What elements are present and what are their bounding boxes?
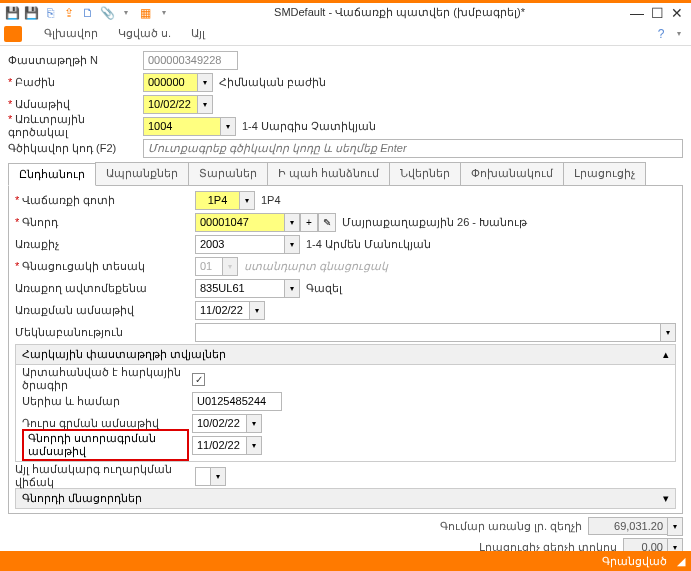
grid-dd-icon[interactable]: ▾	[156, 5, 172, 21]
car-dd[interactable]: ▾	[284, 279, 300, 298]
section-text: Հիմնական բաժին	[219, 76, 326, 89]
menu-attach[interactable]: Կցված ս.	[108, 24, 181, 43]
return-label: Այլ համակարգ ուղարկման վիճակ	[15, 463, 195, 489]
date-label: Ամսաթիվ	[8, 98, 143, 111]
outdate-dd[interactable]: ▾	[246, 414, 262, 433]
agent-dd[interactable]: ▾	[220, 117, 236, 136]
menubar: Գլխավոր Կցված ս. Այլ ? ▾	[0, 22, 691, 46]
app-badge	[4, 26, 22, 42]
tax-section-header[interactable]: Հարկային փաստաթղթի տվյալներ ▴	[15, 344, 676, 365]
date-field[interactable]	[143, 95, 198, 114]
section-field[interactable]	[143, 73, 198, 92]
tab-products[interactable]: Ապրանքներ	[95, 162, 189, 185]
agent-field[interactable]	[143, 117, 221, 136]
remains-section-header[interactable]: Գնորդի մնացորդներ ▾	[15, 488, 676, 509]
section-label: Բաժին	[8, 76, 143, 89]
car-label: Առաքող ավտոմեքենա	[15, 282, 195, 295]
scan-field[interactable]	[143, 139, 683, 158]
group-label: Վաճառքի գոտի	[15, 194, 195, 207]
group-dd[interactable]: ▾	[239, 191, 255, 210]
shipdate-field[interactable]	[195, 301, 250, 320]
maximize-button[interactable]: ☐	[647, 5, 667, 21]
buyer-dd[interactable]: ▾	[284, 213, 300, 232]
date-dd[interactable]: ▾	[197, 95, 213, 114]
serial-field[interactable]	[192, 392, 282, 411]
scan-label: Գծիկավոր կոդ (F2)	[8, 142, 143, 155]
sync-label: Արտահանված է հարկային ծրագիր	[22, 366, 192, 392]
serial-label: Սերիա և համար	[22, 395, 192, 408]
attach-icon[interactable]: 📎	[99, 5, 115, 21]
return-field[interactable]	[195, 467, 211, 486]
save2-icon[interactable]: 💾	[23, 5, 39, 21]
docnum-label: Փաստաթղթի N	[8, 54, 143, 67]
sync-checkbox[interactable]: ✓	[192, 373, 205, 386]
shipdate-label: Առաքման ամսաթիվ	[15, 304, 195, 317]
docnum-field	[143, 51, 238, 70]
menu-main[interactable]: Գլխավոր	[34, 24, 108, 43]
dealer-field[interactable]	[195, 235, 285, 254]
supplydate-dd[interactable]: ▾	[246, 436, 262, 455]
buyer-field[interactable]	[195, 213, 285, 232]
tab-gifts[interactable]: Նվերներ	[389, 162, 461, 185]
remains-label: Գնորդի մնացորդներ	[22, 492, 142, 505]
save-icon[interactable]: 💾	[4, 5, 20, 21]
supplydate-field[interactable]	[192, 436, 247, 455]
dealer-label: Առաքիչ	[15, 238, 195, 251]
dealer-text: 1-4 Արմեն Մանուկյան	[306, 238, 431, 251]
outdate-label: Դուրս գրման ամսաթիվ	[22, 417, 192, 430]
section-dd[interactable]: ▾	[197, 73, 213, 92]
return-dd[interactable]: ▾	[210, 467, 226, 486]
tabs: Ընդհանուր Ապրանքներ Տարաներ Ի պահ հանձնո…	[8, 162, 683, 186]
agent-text: 1-4 Սարգիս Չատիկյան	[242, 120, 376, 133]
menu-other[interactable]: Այլ	[181, 24, 215, 43]
pricetype-dd: ▾	[222, 257, 238, 276]
pricetype-text: ստանդարտ գնացուցակ	[244, 260, 388, 273]
window-title: SMDefault - Վաճառքի պատվեր (խմբագրել)*	[172, 6, 627, 19]
dealer-dd[interactable]: ▾	[284, 235, 300, 254]
t1-label: Գումար առանց լր. զեղչի	[440, 520, 582, 533]
tab-content: Վաճառքի գոտի ▾ 1P4 Գնորդ ▾ + ✎ Մայրաքաղա…	[8, 186, 683, 514]
minimize-button[interactable]: —	[627, 5, 647, 21]
toolbar-icons: 💾 💾 ⎘ ⇪ 🗋 📎 ▾ ▦ ▾	[4, 5, 172, 21]
new-icon[interactable]: 🗋	[80, 5, 96, 21]
supplydate-label: Գնորդի ստորագրման ամսաթիվ	[22, 429, 189, 461]
buyer-edit[interactable]: ✎	[318, 213, 336, 232]
pricetype-field	[195, 257, 223, 276]
t1-dd[interactable]: ▾	[667, 517, 683, 536]
tax-header-label: Հարկային փաստաթղթի տվյալներ	[22, 348, 226, 361]
resize-grip-icon[interactable]: ◢	[677, 555, 685, 568]
buyer-text: Մայրաքաղաքային 26 - Խանութ	[342, 216, 527, 229]
help-icon[interactable]: ?	[653, 26, 669, 42]
comment-field[interactable]	[195, 323, 661, 342]
close-button[interactable]: ✕	[667, 5, 687, 21]
car-field[interactable]	[195, 279, 285, 298]
collapse-down-icon: ▾	[663, 492, 669, 505]
buyer-label: Գնորդ	[15, 216, 195, 229]
shipdate-dd[interactable]: ▾	[249, 301, 265, 320]
tab-general[interactable]: Ընդհանուր	[8, 163, 96, 186]
group-text: 1P4	[261, 194, 281, 206]
header-form: Փաստաթղթի N Բաժին ▾ Հիմնական բաժին Ամսաթ…	[0, 46, 691, 514]
export-icon[interactable]: ⇪	[61, 5, 77, 21]
car-text: Գազել	[306, 282, 342, 295]
comment-dd[interactable]: ▾	[660, 323, 676, 342]
buyer-add[interactable]: +	[300, 213, 318, 232]
tab-containers[interactable]: Տարաներ	[188, 162, 268, 185]
tab-additional[interactable]: Լրացուցիչ	[563, 162, 646, 185]
menu-dd-icon[interactable]: ▾	[671, 26, 687, 42]
outdate-field[interactable]	[192, 414, 247, 433]
tab-exchange[interactable]: Փոխանակում	[460, 162, 564, 185]
copy-icon[interactable]: ⎘	[42, 5, 58, 21]
t1-value: 69,031.20	[588, 517, 668, 535]
agent-label: Առևտրային գործակալ	[8, 113, 143, 139]
grid-icon[interactable]: ▦	[137, 5, 153, 21]
titlebar: 💾 💾 ⎘ ⇪ 🗋 📎 ▾ ▦ ▾ SMDefault - Վաճառքի պա…	[0, 0, 691, 22]
group-field[interactable]	[195, 191, 240, 210]
attach-dd-icon[interactable]: ▾	[118, 5, 134, 21]
tax-section-body: Արտահանված է հարկային ծրագիր ✓ Սերիա և հ…	[15, 365, 676, 462]
statusbar: Գրանցված ◢	[0, 551, 691, 571]
tab-consign[interactable]: Ի պահ հանձնում	[267, 162, 390, 185]
status-text: Գրանցված	[602, 555, 667, 568]
collapse-up-icon: ▴	[663, 348, 669, 361]
comment-label: Մեկնաբանություն	[15, 326, 195, 339]
